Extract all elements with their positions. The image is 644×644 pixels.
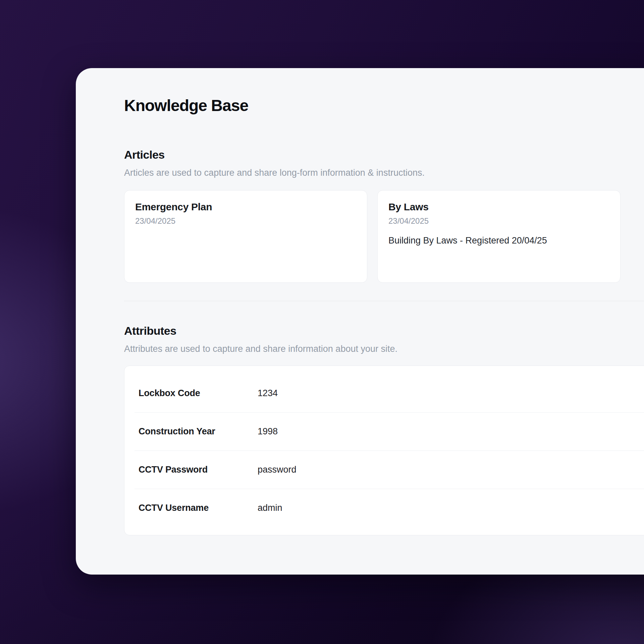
attributes-card: Lockbox Code 1234 Construction Year 1998… [124,366,644,535]
articles-grid: Emergency Plan 23/04/2025 By Laws 23/04/… [124,190,621,283]
article-card-by-laws[interactable]: By Laws 23/04/2025 Building By Laws - Re… [377,190,621,283]
article-card-emergency-plan[interactable]: Emergency Plan 23/04/2025 [124,190,367,283]
article-title: By Laws [388,200,609,214]
article-title: Emergency Plan [135,200,356,214]
attribute-value: 1998 [258,426,644,437]
knowledge-base-panel: Knowledge Base Articles Articles are use… [76,68,644,575]
article-body: Building By Laws - Registered 20/04/25 [388,234,609,247]
attribute-row-cctv-username: CCTV Username admin [135,489,644,527]
attribute-row-construction-year: Construction Year 1998 [135,412,644,450]
page-title: Knowledge Base [124,96,644,115]
attribute-label: Lockbox Code [139,388,258,398]
articles-section-description: Articles are used to capture and share l… [124,167,644,179]
attributes-section-description: Attributes are used to capture and share… [124,343,644,355]
article-date: 23/04/2025 [388,216,609,226]
attribute-value: password [258,465,644,475]
attribute-row-lockbox-code: Lockbox Code 1234 [135,374,644,412]
attribute-label: Construction Year [139,426,258,437]
article-date: 23/04/2025 [135,216,356,226]
attributes-section-heading: Attributes [124,323,644,338]
attribute-value: admin [258,503,644,513]
attribute-label: CCTV Username [139,503,258,513]
attribute-label: CCTV Password [139,465,258,475]
attribute-value: 1234 [258,388,644,398]
attribute-row-cctv-password: CCTV Password password [135,450,644,489]
articles-section-heading: Articles [124,147,644,162]
section-divider [124,301,644,301]
